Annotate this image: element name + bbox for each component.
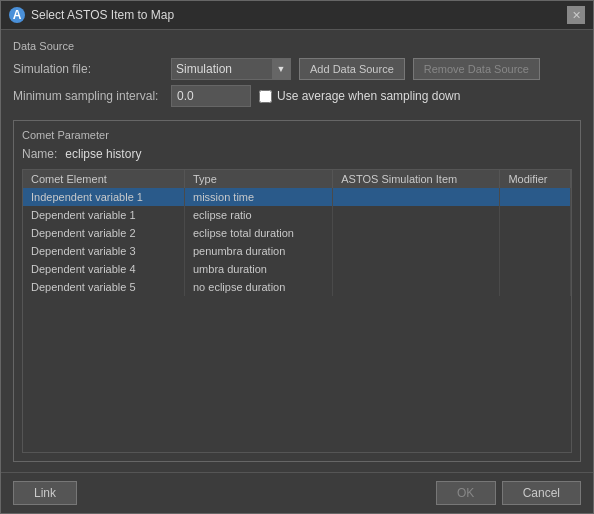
min-sampling-label: Minimum sampling interval: bbox=[13, 89, 163, 103]
link-button[interactable]: Link bbox=[13, 481, 77, 505]
comet-section: Comet Parameter Name: eclipse history Co… bbox=[13, 120, 581, 462]
dialog-icon: A bbox=[9, 7, 25, 23]
cell-astos bbox=[333, 224, 500, 242]
table-header: Comet Element Type ASTOS Simulation Item… bbox=[23, 170, 571, 188]
remove-data-source-button[interactable]: Remove Data Source bbox=[413, 58, 540, 80]
cancel-button[interactable]: Cancel bbox=[502, 481, 581, 505]
cell-astos bbox=[333, 260, 500, 278]
ok-button[interactable]: OK bbox=[436, 481, 496, 505]
cell-modifier bbox=[500, 224, 571, 242]
cell-astos bbox=[333, 188, 500, 206]
comet-name-value: eclipse history bbox=[65, 147, 141, 161]
simulation-select-wrapper[interactable]: Simulation ▼ bbox=[171, 58, 291, 80]
col-type: Type bbox=[184, 170, 332, 188]
comet-section-label: Comet Parameter bbox=[22, 129, 572, 141]
cell-modifier bbox=[500, 278, 571, 296]
cell-element: Dependent variable 5 bbox=[23, 278, 184, 296]
cell-element: Dependent variable 3 bbox=[23, 242, 184, 260]
cell-astos bbox=[333, 206, 500, 224]
comet-table: Comet Element Type ASTOS Simulation Item… bbox=[23, 170, 571, 296]
cell-astos bbox=[333, 278, 500, 296]
comet-name-label: Name: bbox=[22, 147, 57, 161]
cell-type: mission time bbox=[184, 188, 332, 206]
dialog-footer: Link OK Cancel bbox=[1, 472, 593, 513]
cell-modifier bbox=[500, 188, 571, 206]
avg-sampling-row: Use average when sampling down bbox=[259, 89, 460, 103]
table-row[interactable]: Dependent variable 2eclipse total durati… bbox=[23, 224, 571, 242]
cell-type: umbra duration bbox=[184, 260, 332, 278]
datasource-section-label: Data Source bbox=[13, 40, 581, 52]
cell-type: eclipse total duration bbox=[184, 224, 332, 242]
add-data-source-button[interactable]: Add Data Source bbox=[299, 58, 405, 80]
header-row: Comet Element Type ASTOS Simulation Item… bbox=[23, 170, 571, 188]
col-astos: ASTOS Simulation Item bbox=[333, 170, 500, 188]
close-button[interactable]: ✕ bbox=[567, 6, 585, 24]
cell-modifier bbox=[500, 242, 571, 260]
min-sampling-input[interactable] bbox=[171, 85, 251, 107]
cell-type: eclipse ratio bbox=[184, 206, 332, 224]
table-row[interactable]: Dependent variable 1eclipse ratio bbox=[23, 206, 571, 224]
comet-name-row: Name: eclipse history bbox=[22, 147, 572, 161]
cell-type: penumbra duration bbox=[184, 242, 332, 260]
simulation-row: Simulation file: Simulation ▼ Add Data S… bbox=[13, 58, 581, 80]
col-comet-element: Comet Element bbox=[23, 170, 184, 188]
cell-type: no eclipse duration bbox=[184, 278, 332, 296]
col-modifier: Modifier bbox=[500, 170, 571, 188]
comet-table-container[interactable]: Comet Element Type ASTOS Simulation Item… bbox=[22, 169, 572, 453]
cell-element: Independent variable 1 bbox=[23, 188, 184, 206]
cell-element: Dependent variable 1 bbox=[23, 206, 184, 224]
main-dialog: A Select ASTOS Item to Map ✕ Data Source… bbox=[0, 0, 594, 514]
avg-sampling-checkbox[interactable] bbox=[259, 90, 272, 103]
title-bar: A Select ASTOS Item to Map ✕ bbox=[1, 1, 593, 30]
simulation-dropdown-arrow[interactable]: ▼ bbox=[272, 58, 290, 80]
table-row[interactable]: Dependent variable 4umbra duration bbox=[23, 260, 571, 278]
sampling-row: Minimum sampling interval: Use average w… bbox=[13, 85, 581, 107]
table-row[interactable]: Dependent variable 3penumbra duration bbox=[23, 242, 571, 260]
dialog-title: Select ASTOS Item to Map bbox=[31, 8, 561, 22]
cell-astos bbox=[333, 242, 500, 260]
table-row[interactable]: Dependent variable 5no eclipse duration bbox=[23, 278, 571, 296]
footer-right: OK Cancel bbox=[436, 481, 581, 505]
dialog-body: Data Source Simulation file: Simulation … bbox=[1, 30, 593, 472]
cell-modifier bbox=[500, 206, 571, 224]
cell-element: Dependent variable 4 bbox=[23, 260, 184, 278]
cell-modifier bbox=[500, 260, 571, 278]
simulation-select[interactable]: Simulation bbox=[172, 59, 272, 79]
cell-element: Dependent variable 2 bbox=[23, 224, 184, 242]
table-row[interactable]: Independent variable 1mission time bbox=[23, 188, 571, 206]
simulation-label: Simulation file: bbox=[13, 62, 163, 76]
footer-left: Link bbox=[13, 481, 436, 505]
avg-sampling-label: Use average when sampling down bbox=[277, 89, 460, 103]
table-body: Independent variable 1mission timeDepend… bbox=[23, 188, 571, 296]
